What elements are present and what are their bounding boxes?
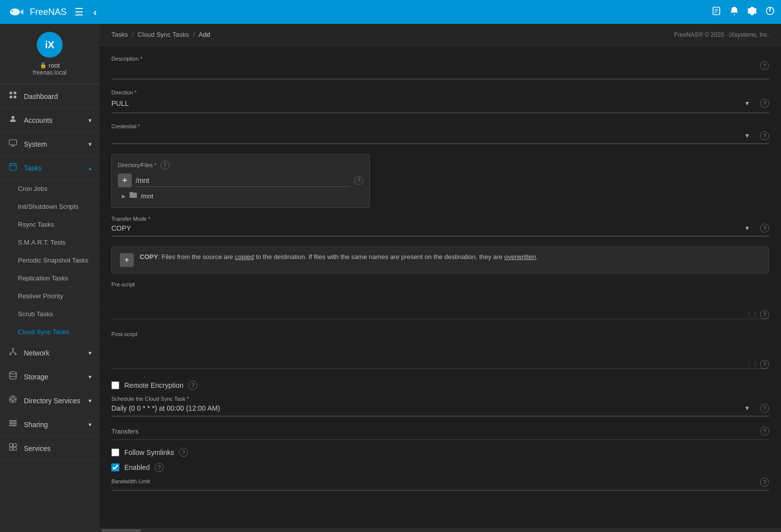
- sidebar-item-dashboard[interactable]: Dashboard: [0, 85, 99, 108]
- breadcrumb-tasks[interactable]: Tasks: [111, 31, 128, 38]
- description-help-icon[interactable]: ?: [760, 61, 769, 70]
- bandwidth-limit-field-group: Bandwidth Limit ?: [111, 478, 769, 491]
- svg-point-14: [11, 116, 14, 119]
- smart-tests-label: S.M.A.R.T. Tests: [18, 239, 66, 246]
- horizontal-scroll-thumb[interactable]: [101, 530, 141, 532]
- sidebar-item-cloud-sync[interactable]: Cloud Sync Tasks: [0, 323, 99, 341]
- sidebar-item-tasks[interactable]: Tasks ▴: [0, 156, 99, 180]
- sidebar-item-smart-tests[interactable]: S.M.A.R.T. Tests: [0, 234, 99, 252]
- sidebar-item-resilver[interactable]: Resilver Priority: [0, 287, 99, 305]
- svg-rect-10: [9, 91, 12, 94]
- storage-icon: [8, 371, 18, 382]
- follow-symlinks-field: Follow Symlinks ?: [111, 448, 769, 457]
- transfer-mode-value: COPY: [111, 224, 744, 232]
- pre-script-input[interactable]: [111, 289, 769, 319]
- follow-symlinks-label: Follow Symlinks: [124, 448, 174, 456]
- svg-rect-35: [9, 443, 12, 446]
- accounts-icon: [8, 114, 18, 126]
- enabled-help-icon[interactable]: ?: [155, 463, 164, 472]
- sidebar-item-network[interactable]: Network ▾: [0, 341, 99, 365]
- directory-files-help-icon[interactable]: ?: [161, 161, 170, 170]
- dashboard-icon: [8, 90, 18, 102]
- direction-dropdown-arrow[interactable]: ▼: [744, 100, 750, 107]
- transfer-mode-help-icon[interactable]: ?: [760, 224, 769, 233]
- schedule-row: Daily (0 0 * * *) at 00:00 (12:00 AM) ▼ …: [111, 404, 769, 416]
- post-script-input[interactable]: [111, 339, 769, 369]
- direction-help-icon[interactable]: ?: [760, 99, 769, 108]
- sidebar-item-cron-jobs[interactable]: Cron Jobs: [0, 180, 99, 198]
- sidebar-item-init-shutdown[interactable]: Init/Shutdown Scripts: [0, 198, 99, 216]
- copy-overwritten: overwritten: [504, 253, 536, 261]
- file-path-input[interactable]: [136, 175, 350, 187]
- pre-script-help-icon[interactable]: ?: [760, 310, 769, 319]
- folder-icon: [129, 190, 138, 201]
- svg-rect-38: [13, 447, 16, 450]
- bandwidth-limit-label: Bandwidth Limit: [111, 478, 760, 484]
- remote-encryption-help-icon[interactable]: ?: [188, 381, 197, 390]
- directory-files-label: Directory/Files * ?: [118, 161, 363, 170]
- file-browser-box: Directory/Files * ? + ? ▶ /mnt: [111, 154, 370, 208]
- back-icon[interactable]: ‹: [91, 4, 99, 20]
- sidebar-item-scrub[interactable]: Scrub Tasks: [0, 305, 99, 323]
- credential-help-icon[interactable]: ?: [760, 131, 769, 140]
- tree-arrow-icon: ▶: [122, 193, 126, 199]
- remote-encryption-checkbox[interactable]: [111, 381, 119, 389]
- enabled-checkbox[interactable]: [111, 463, 119, 471]
- transfer-mode-dropdown-arrow[interactable]: ▼: [744, 225, 750, 232]
- notes-icon[interactable]: [711, 6, 721, 18]
- post-script-help-area: ⋮⋮ ?: [746, 360, 769, 369]
- schedule-dropdown-arrow[interactable]: ▼: [744, 405, 750, 412]
- ix-logo: iX: [37, 32, 63, 58]
- form-area: Description * ? Direction * PULL ▼ ?: [99, 46, 781, 528]
- freenas-logo: [6, 2, 26, 22]
- scrub-label: Scrub Tasks: [18, 310, 53, 318]
- copy-part3: .: [536, 253, 538, 261]
- tasks-icon: [8, 162, 18, 174]
- system-icon: [8, 138, 18, 150]
- sidebar-item-services[interactable]: Services: [0, 437, 99, 460]
- svg-rect-12: [9, 96, 12, 98]
- settings-icon[interactable]: [747, 6, 757, 18]
- bell-icon[interactable]: [729, 6, 739, 18]
- sidebar-item-label-services: Services: [24, 444, 91, 452]
- file-tree-label: /mnt: [141, 192, 153, 200]
- sidebar-item-sharing[interactable]: Sharing ▾: [0, 413, 99, 437]
- sidebar-item-system[interactable]: System ▾: [0, 132, 99, 156]
- sidebar-item-accounts[interactable]: Accounts ▾: [0, 108, 99, 132]
- hamburger-icon[interactable]: ☰: [73, 4, 86, 20]
- copy-info-icon: +: [120, 253, 134, 267]
- sidebar-item-storage[interactable]: Storage ▾: [0, 365, 99, 389]
- credential-dropdown-arrow[interactable]: ▼: [744, 132, 750, 139]
- remote-encryption-label: Remote Encryption: [124, 381, 183, 389]
- svg-rect-13: [14, 96, 16, 98]
- file-tree-item[interactable]: ▶ /mnt: [118, 187, 363, 201]
- cloud-sync-label: Cloud Sync Tasks: [18, 328, 69, 336]
- description-input[interactable]: [111, 64, 760, 76]
- follow-symlinks-help-icon[interactable]: ?: [179, 448, 188, 457]
- schedule-help-icon[interactable]: ?: [760, 404, 769, 413]
- user-host: freenas.local: [33, 69, 67, 76]
- sidebar-item-replication[interactable]: Replication Tasks: [0, 269, 99, 287]
- enabled-label: Enabled: [124, 463, 150, 471]
- bandwidth-limit-help-icon[interactable]: ?: [760, 478, 769, 487]
- follow-symlinks-checkbox[interactable]: [111, 448, 119, 456]
- transfers-help-icon[interactable]: ?: [760, 427, 769, 436]
- pre-script-row: ⋮⋮ ?: [111, 289, 769, 321]
- post-script-help-icon[interactable]: ?: [760, 360, 769, 369]
- accounts-chevron: ▾: [88, 117, 91, 124]
- credential-row: ▼ ?: [111, 131, 769, 144]
- sharing-icon: [8, 419, 18, 430]
- bottom-scroll-bar: [99, 528, 781, 532]
- file-add-button[interactable]: +: [118, 174, 132, 187]
- sidebar-item-periodic-snapshot[interactable]: Periodic Snapshot Tasks: [0, 252, 99, 269]
- sidebar-item-directory-services[interactable]: Directory Services ▾: [0, 389, 99, 413]
- svg-point-30: [11, 398, 14, 401]
- copy-part2: to the destination. If files with the sa…: [254, 253, 505, 261]
- svg-line-26: [10, 352, 13, 354]
- power-icon[interactable]: [765, 6, 775, 18]
- sidebar-item-label-dashboard: Dashboard: [24, 92, 91, 100]
- breadcrumb-cloud-sync-tasks[interactable]: Cloud Sync Tasks: [138, 31, 189, 38]
- logo-area: FreeNAS: [6, 2, 67, 22]
- sidebar-item-rsync[interactable]: Rsync Tasks: [0, 216, 99, 234]
- file-path-help-icon[interactable]: ?: [354, 176, 363, 185]
